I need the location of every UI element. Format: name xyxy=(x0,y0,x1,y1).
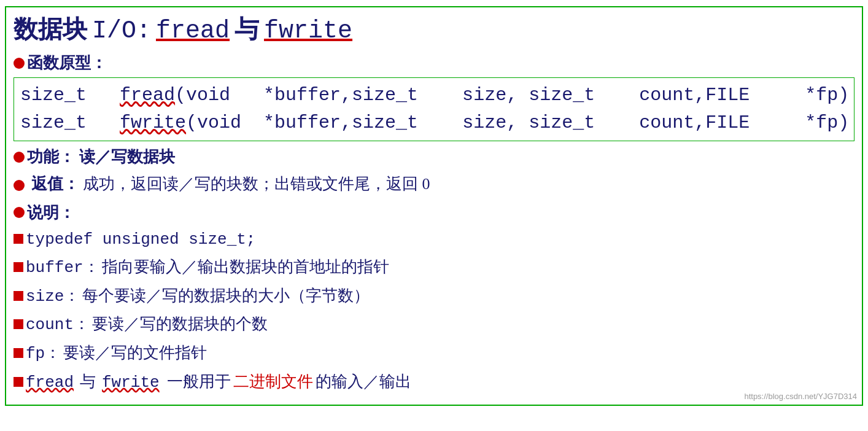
title-chinese: 数据块 xyxy=(14,12,87,46)
fread-return: size_t xyxy=(20,82,120,109)
typedef-text: typedef unsigned size_t; xyxy=(26,227,255,253)
prototype-header: 函数原型： xyxy=(14,52,854,74)
buffer-square xyxy=(14,262,23,272)
fp-desc: 要读／写的文件指针 xyxy=(63,340,207,366)
count-code: count： xyxy=(26,313,90,338)
page-title: 数据块 I/O: fread 与 fwrite xyxy=(14,12,854,46)
title-io: I/O: xyxy=(92,17,151,45)
fp-code: fp： xyxy=(26,341,61,367)
size-desc: 每个要读／写的数据块的大小（字节数） xyxy=(82,283,370,309)
last-item: fread 与 fwrite 一般用于 二进制文件 的输入／输出 xyxy=(14,369,854,396)
size-square xyxy=(14,291,23,301)
fp-item: fp： 要读／写的文件指针 xyxy=(14,340,854,367)
size-code: size： xyxy=(26,284,80,310)
fread-name: fread xyxy=(120,82,175,109)
function-header: 功能： 读／写数据块 xyxy=(14,146,854,168)
size-item: size： 每个要读／写的数据块的大小（字节数） xyxy=(14,283,854,310)
buffer-code: buffer： xyxy=(26,255,99,281)
last-highlight: 二进制文件 xyxy=(233,369,313,395)
title-fread: fread xyxy=(156,17,230,45)
count-desc: 要读／写的数据块的个数 xyxy=(92,311,268,337)
title-connector: 与 xyxy=(234,12,259,46)
note-header-text: 说明： xyxy=(27,202,75,223)
fwrite-line: size_t fwrite(void *buffer,size_t size, … xyxy=(20,109,848,137)
fwrite-params: (void *buffer,size_t size, size_t count,… xyxy=(186,109,849,137)
typedef-item: typedef unsigned size_t; xyxy=(14,227,854,253)
prototype-bullet xyxy=(14,58,25,69)
prototype-header-text: 函数原型： xyxy=(27,52,107,74)
typedef-square xyxy=(14,234,23,244)
fread-params: (void *buffer,size_t size, size_t count,… xyxy=(175,82,849,109)
explain-block: typedef unsigned size_t; buffer： 指向要输入／输… xyxy=(14,227,854,396)
main-container: 数据块 I/O: fread 与 fwrite 函数原型： size_t fre… xyxy=(5,6,863,406)
last-fwrite: fwrite xyxy=(102,370,160,396)
fwrite-return: size_t xyxy=(20,109,120,137)
fp-square xyxy=(14,348,23,358)
buffer-item: buffer： 指向要输入／输出数据块的首地址的指针 xyxy=(14,254,854,281)
return-section: 返值： 成功，返回读／写的块数；出错或文件尾，返回 0 xyxy=(14,171,854,197)
last-text2: 的输入／输出 xyxy=(316,369,411,395)
prototype-block: size_t fread(void *buffer,size_t size, s… xyxy=(14,77,854,141)
count-item: count： 要读／写的数据块的个数 xyxy=(14,311,854,338)
url-label: https://blog.csdn.net/YJG7D314 xyxy=(744,392,857,401)
return-text: 成功，返回读／写的块数；出错或文件尾，返回 0 xyxy=(83,175,430,193)
function-bullet xyxy=(14,152,25,163)
last-text1: 一般用于 xyxy=(167,369,231,395)
buffer-desc: 指向要输入／输出数据块的首地址的指针 xyxy=(102,254,389,280)
return-header-text: 返值： xyxy=(31,175,79,193)
last-fread: fread xyxy=(26,370,74,396)
fread-line: size_t fread(void *buffer,size_t size, s… xyxy=(20,82,848,109)
note-bullet xyxy=(14,207,25,218)
count-square xyxy=(14,319,23,329)
fwrite-name: fwrite xyxy=(120,109,186,137)
note-header: 说明： xyxy=(14,202,854,223)
last-square xyxy=(14,377,23,387)
last-connector: 与 xyxy=(80,369,96,395)
function-header-text: 功能： 读／写数据块 xyxy=(27,146,175,168)
title-fwrite: fwrite xyxy=(264,17,352,45)
return-bullet xyxy=(14,180,25,191)
